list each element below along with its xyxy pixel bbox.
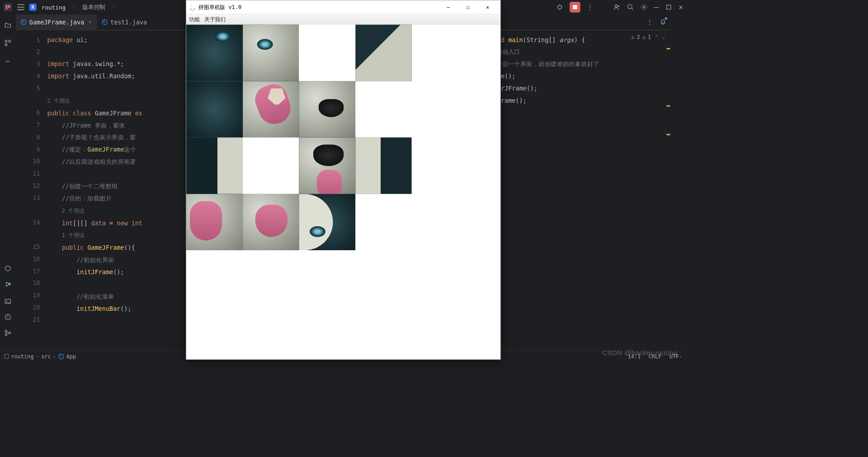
svg-point-5 bbox=[643, 6, 645, 8]
puzzle-empty[interactable] bbox=[243, 138, 299, 194]
search-icon[interactable] bbox=[627, 4, 634, 11]
svg-point-12 bbox=[5, 330, 7, 332]
svg-point-3 bbox=[615, 5, 617, 7]
chevron-down-icon[interactable]: ﹀ bbox=[111, 5, 115, 10]
svg-rect-1 bbox=[8, 5, 10, 8]
chevron-down-icon[interactable]: ﹀ bbox=[71, 5, 75, 10]
svg-rect-10 bbox=[5, 299, 10, 303]
module-icon bbox=[4, 354, 9, 358]
svg-rect-0 bbox=[6, 5, 8, 9]
puzzle-tile[interactable] bbox=[355, 25, 412, 81]
tab-gamejframe[interactable]: GameJFrame.java × bbox=[16, 14, 97, 30]
menu-about[interactable]: 关于我们 bbox=[204, 16, 226, 23]
problems-icon[interactable] bbox=[4, 314, 11, 321]
puzzle-tile[interactable] bbox=[186, 25, 243, 81]
watermark: CSDN @hacker-routing bbox=[602, 349, 677, 357]
puzzle-tile[interactable] bbox=[186, 81, 243, 138]
more-horiz-icon[interactable]: ⋯ bbox=[6, 57, 10, 65]
puzzle-empty[interactable] bbox=[355, 194, 412, 250]
puzzle-tile[interactable] bbox=[186, 194, 243, 250]
puzzle-tile[interactable] bbox=[299, 194, 355, 250]
svg-point-14 bbox=[9, 332, 10, 334]
close-icon[interactable]: ✕ bbox=[679, 3, 683, 11]
puzzle-tile[interactable] bbox=[355, 138, 412, 194]
maximize-icon[interactable] bbox=[665, 4, 672, 11]
project-name[interactable]: routing bbox=[42, 4, 66, 10]
run-icon[interactable] bbox=[4, 281, 11, 289]
close-tab-icon[interactable]: × bbox=[89, 19, 92, 25]
close-icon[interactable]: ✕ bbox=[478, 0, 498, 14]
svg-point-2 bbox=[558, 5, 561, 9]
tab-label: GameJFrame.java bbox=[29, 19, 84, 26]
project-icon[interactable]: R bbox=[29, 4, 37, 11]
svg-rect-7 bbox=[5, 40, 7, 42]
java-icon bbox=[189, 4, 195, 10]
class-icon bbox=[58, 353, 64, 359]
vcs-menu[interactable]: 版本控制 bbox=[82, 4, 105, 11]
puzzle-tile[interactable] bbox=[243, 194, 299, 250]
puzzle-tile[interactable] bbox=[243, 25, 299, 81]
stop-button[interactable] bbox=[570, 2, 580, 13]
tab-label: test1.java bbox=[110, 19, 147, 26]
svg-rect-9 bbox=[5, 44, 7, 46]
gear-icon[interactable] bbox=[640, 4, 647, 11]
minimize-icon[interactable]: — bbox=[439, 0, 458, 14]
gutter: 123456789101112131415161718192021 bbox=[16, 30, 47, 351]
puzzle-grid[interactable] bbox=[186, 25, 411, 250]
window-titlebar[interactable]: 拼图单机版 v1.0 — ☐ ✕ bbox=[186, 0, 500, 14]
svg-point-4 bbox=[627, 5, 632, 9]
window-content bbox=[186, 25, 500, 360]
class-icon bbox=[21, 19, 27, 25]
terminal-icon[interactable] bbox=[4, 298, 11, 305]
puzzle-empty[interactable] bbox=[299, 25, 355, 81]
left-toolwindow-bar: ⋯ bbox=[0, 14, 16, 358]
menubar: 功能 关于我们 bbox=[186, 14, 500, 25]
class-icon bbox=[102, 19, 108, 25]
error-stripe[interactable] bbox=[665, 33, 670, 141]
git-icon[interactable] bbox=[4, 329, 11, 337]
puzzle-tile[interactable] bbox=[299, 138, 355, 194]
hexagon-icon[interactable] bbox=[4, 265, 11, 272]
tab-test1[interactable]: test1.java bbox=[97, 14, 152, 30]
puzzle-tile[interactable] bbox=[243, 81, 299, 138]
right-editor-code[interactable]: void main(String[] args) { 的启动入口 要开启一个界面… bbox=[490, 33, 665, 106]
crumb-app[interactable]: App bbox=[66, 353, 76, 359]
structure-icon[interactable] bbox=[4, 39, 11, 47]
puzzle-tile[interactable] bbox=[299, 81, 355, 138]
svg-point-13 bbox=[5, 334, 7, 336]
notifications-icon[interactable] bbox=[660, 18, 667, 26]
puzzle-tile[interactable] bbox=[186, 138, 243, 194]
more-vert-icon[interactable]: ⋮ bbox=[587, 4, 593, 11]
crumb-src[interactable]: src bbox=[41, 353, 51, 359]
ide-logo bbox=[4, 3, 12, 11]
menu-function[interactable]: 功能 bbox=[189, 16, 200, 23]
puzzle-empty[interactable] bbox=[355, 81, 412, 138]
window-title: 拼图单机版 v1.0 bbox=[198, 4, 241, 10]
java-swing-window[interactable]: 拼图单机版 v1.0 — ☐ ✕ 功能 关于我们 bbox=[186, 0, 500, 360]
bug-icon[interactable] bbox=[556, 4, 563, 11]
folder-icon[interactable] bbox=[4, 21, 11, 29]
minimize-icon[interactable]: — bbox=[654, 3, 659, 12]
svg-rect-8 bbox=[9, 40, 10, 42]
svg-rect-6 bbox=[667, 5, 671, 9]
add-user-icon[interactable] bbox=[613, 4, 620, 11]
crumb-root[interactable]: routing bbox=[11, 353, 34, 359]
maximize-icon[interactable]: ☐ bbox=[458, 0, 478, 14]
more-vert-icon[interactable]: ⋮ bbox=[646, 18, 653, 26]
hamburger-icon[interactable] bbox=[17, 4, 24, 10]
